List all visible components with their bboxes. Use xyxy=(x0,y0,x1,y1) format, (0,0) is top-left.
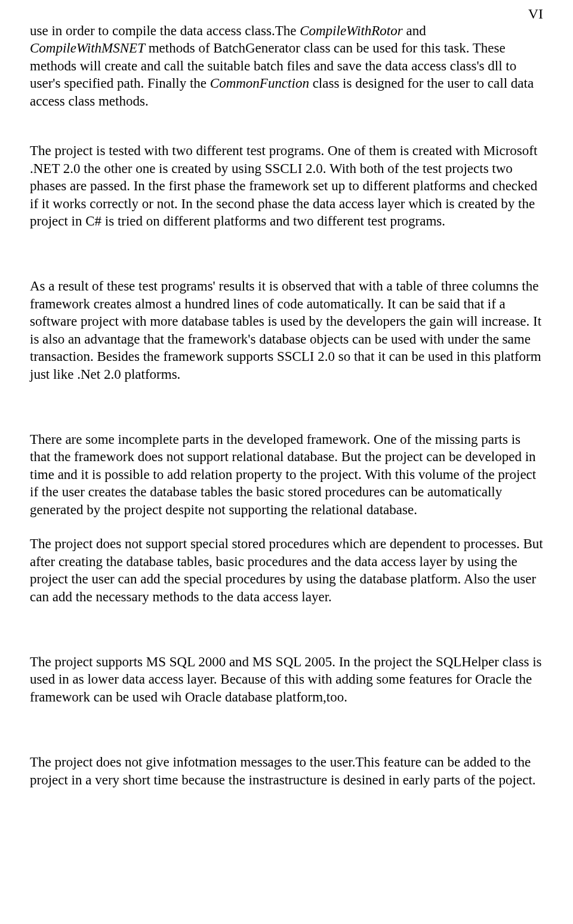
spacer xyxy=(30,738,543,753)
spacer xyxy=(30,262,543,277)
spacer xyxy=(30,638,543,653)
spacer xyxy=(30,722,543,738)
paragraph-3: As a result of these test programs' resu… xyxy=(30,277,543,383)
paragraph-6: The project supports MS SQL 2000 and MS … xyxy=(30,653,543,706)
paragraph-5: The project does not support special sto… xyxy=(30,535,543,605)
spacer xyxy=(30,246,543,262)
spacer xyxy=(30,415,543,431)
paragraph-4: There are some incomplete parts in the d… xyxy=(30,431,543,518)
page-number: VI xyxy=(30,0,543,22)
paragraph-1: use in order to compile the data access … xyxy=(30,22,543,110)
p1-seg1: use in order to compile the data access … xyxy=(30,23,300,38)
p1-italic2: CompileWithMSNET xyxy=(30,41,145,55)
paragraph-7: The project does not give infotmation me… xyxy=(30,753,543,789)
page-container: VI use in order to compile the data acce… xyxy=(0,0,573,924)
p1-seg2: and xyxy=(403,23,426,38)
spacer xyxy=(30,400,543,415)
spacer xyxy=(30,622,543,638)
p1-italic3: CommonFunction xyxy=(210,76,309,91)
p1-italic1: CompileWithRotor xyxy=(300,23,403,38)
paragraph-2: The project is tested with two different… xyxy=(30,142,543,230)
spacer xyxy=(30,126,543,142)
